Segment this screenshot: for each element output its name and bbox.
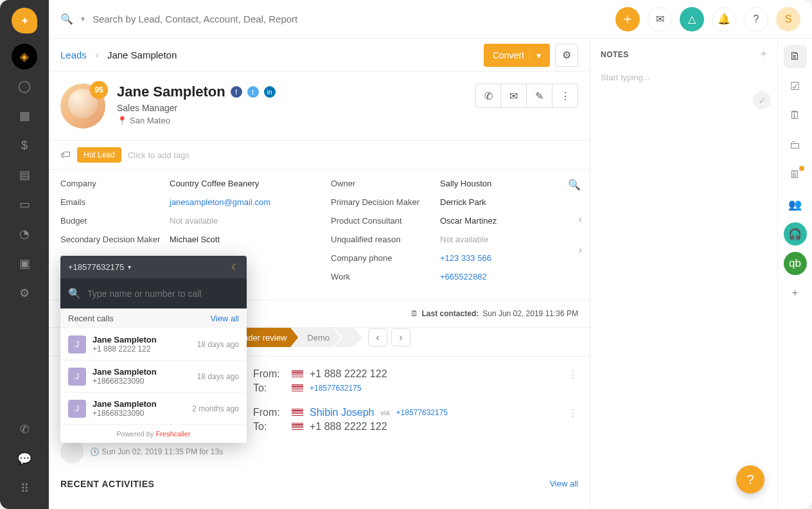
rail-notes-icon[interactable]: 🗎 [784, 45, 807, 68]
rail-quickbooks-icon[interactable]: qb [784, 252, 807, 275]
rail-headset-icon[interactable]: 🎧 [784, 222, 807, 246]
from-name[interactable]: Shibin Joseph [310, 407, 375, 418]
help-fab[interactable]: ? [736, 465, 764, 494]
field-label: Unqualified reason [331, 235, 440, 244]
view-all-calls-link[interactable]: View all [210, 314, 239, 323]
moon-icon[interactable]: ☾ [231, 262, 239, 272]
call-list-item[interactable]: J Jane Sampleton+18668323090 18 days ago [60, 361, 247, 393]
rail-calendar-icon[interactable]: 🗓 [784, 104, 807, 127]
lead-name: Jane Sampleton [117, 84, 225, 100]
email-link[interactable]: janesampleton@gmail.com [170, 197, 270, 207]
conversation-meta: 🕓 Sun Jun 02, 2019 11:35 PM for 13s [90, 447, 223, 456]
field-label: Product Consultant [331, 216, 440, 226]
lead-score: 95 [90, 81, 108, 99]
last-contacted-label: Last contacted: [422, 309, 479, 318]
breadcrumb-current: Jane Sampleton [107, 49, 177, 60]
phone-link[interactable]: +665522882 [440, 272, 487, 281]
field-label: Emails [60, 197, 170, 207]
edit-icon[interactable]: ✎ [527, 84, 552, 108]
call-list-item[interactable]: J Jane Sampleton+18668323090 2 months ag… [60, 393, 247, 425]
chevron-right-icon: › [96, 51, 98, 60]
mail-icon[interactable]: ✉ [648, 7, 672, 31]
last-contacted-value: Sun Jun 02, 2019 11:36 PM [482, 309, 578, 318]
caller-search-input[interactable] [87, 289, 239, 299]
to-number[interactable]: +18577632175 [310, 384, 361, 393]
global-search-input[interactable] [93, 13, 324, 24]
check-icon[interactable]: ✓ [753, 91, 771, 109]
search-icon[interactable]: 🔍 [60, 13, 73, 25]
search-dropdown-icon[interactable]: ▼ [80, 15, 86, 22]
chevron-left-icon[interactable]: ‹ [579, 213, 582, 225]
twitter-icon[interactable]: t [247, 86, 259, 98]
email-icon[interactable]: ✉ [501, 84, 527, 108]
nav-calendar[interactable]: ▭ [12, 192, 37, 217]
rail-team-icon[interactable]: 👥 [784, 193, 807, 216]
nav-dashboard[interactable]: ▣ [12, 251, 37, 276]
add-button[interactable]: + [615, 7, 640, 31]
lead-title: Sales Manager [117, 103, 276, 113]
stage-next[interactable]: › [391, 328, 410, 346]
field-value: Not available [440, 235, 488, 244]
nav-chat[interactable]: 💬 [12, 446, 37, 472]
nav-contacts[interactable]: ◯ [12, 73, 37, 99]
bell-icon[interactable]: 🔔 [712, 7, 736, 31]
rail-activity-icon[interactable]: 🗏 [784, 163, 807, 186]
field-value: Not available [170, 216, 218, 226]
search-details-icon[interactable]: 🔍 [568, 179, 581, 191]
gear-icon[interactable]: ⚙ [555, 44, 578, 67]
lead-location: San Mateo [130, 116, 170, 125]
profile-avatar[interactable]: S [776, 7, 800, 31]
field-label: Owner [331, 179, 440, 188]
view-all-link[interactable]: View all [549, 479, 578, 489]
from-label: From: [253, 368, 285, 380]
phone-link[interactable]: +123 333 566 [440, 253, 491, 263]
field-label: Company phone [331, 253, 440, 263]
right-rail: 🗎 ☑ 🗓 🗀 🗏 👥 🎧 qb + [777, 39, 812, 509]
freshcaller-link[interactable]: Freshcaller [155, 430, 190, 438]
more-icon[interactable]: ⋮ [568, 368, 578, 397]
rail-files-icon[interactable]: 🗀 [784, 134, 807, 157]
add-note-icon[interactable]: + [760, 48, 767, 61]
notes-input[interactable]: Start typing... [590, 70, 777, 85]
recent-activities-title: RECENT ACTIVITIES [60, 479, 154, 489]
from-label: From: [253, 407, 285, 418]
nav-accounts[interactable]: ▦ [12, 103, 37, 129]
marketplace-icon[interactable]: △ [680, 7, 704, 31]
add-tag-hint[interactable]: Click to add tags [128, 150, 190, 160]
linkedin-icon[interactable]: in [264, 86, 276, 98]
us-flag-icon [292, 370, 303, 378]
chevron-down-icon[interactable]: ▾ [529, 50, 541, 60]
rail-add-icon[interactable]: + [784, 281, 807, 305]
lead-avatar: 95 [60, 84, 105, 129]
search-icon: 🔍 [68, 287, 81, 299]
nav-phone[interactable]: ✆ [12, 416, 37, 442]
rail-tasks-icon[interactable]: ☑ [784, 75, 807, 98]
caller-number[interactable]: +18577632175 [68, 262, 124, 272]
more-icon[interactable]: ⋮ [552, 84, 578, 108]
to-label: To: [253, 382, 285, 394]
stage-prev[interactable]: ‹ [368, 328, 387, 346]
convert-button[interactable]: Convert ▾ [484, 44, 550, 67]
field-value: Oscar Martinez [440, 216, 497, 226]
chevron-right-icon[interactable]: › [579, 244, 582, 256]
field-value: Michael Scott [170, 235, 220, 244]
nav-reports[interactable]: ◔ [12, 221, 37, 247]
nav-conversations[interactable]: ▤ [12, 162, 37, 188]
breadcrumb-root[interactable]: Leads [60, 49, 87, 60]
nav-leads[interactable]: ◈ [12, 44, 37, 69]
field-value: Derrick Park [440, 197, 486, 207]
hot-lead-tag[interactable]: Hot Lead [77, 147, 121, 163]
help-icon[interactable]: ? [744, 7, 768, 31]
breadcrumb: Leads › Jane Sampleton Convert ▾ ⚙ [49, 39, 590, 72]
nav-apps[interactable]: ⠿ [12, 476, 37, 501]
nav-deals[interactable]: $ [12, 132, 37, 158]
calendar-icon: 🗓 [410, 309, 418, 318]
stage-chip[interactable]: Demo [292, 328, 341, 347]
call-list-item[interactable]: J Jane Sampleton+1 888 2222 122 18 days … [60, 328, 247, 361]
call-icon[interactable]: ✆ [475, 84, 501, 108]
facebook-icon[interactable]: f [231, 86, 242, 98]
from-number[interactable]: +18577632175 [396, 408, 448, 417]
chevron-down-icon[interactable]: ▾ [128, 263, 131, 271]
nav-settings[interactable]: ⚙ [12, 280, 37, 306]
more-icon[interactable]: ⋮ [568, 407, 578, 435]
